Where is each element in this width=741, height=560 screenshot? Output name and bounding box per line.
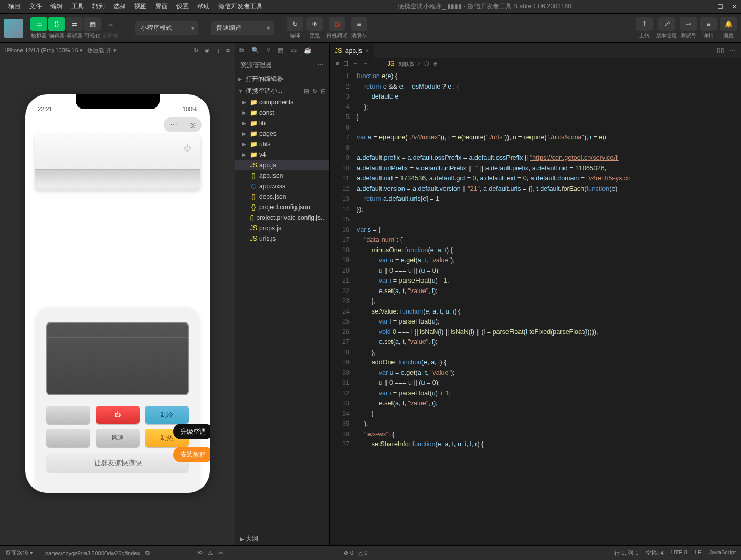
capsule-button[interactable]: ⋯◎: [164, 117, 202, 132]
tree-urls.js[interactable]: JSurls.js: [235, 233, 329, 244]
menu-帮助[interactable]: 帮助: [193, 2, 214, 11]
wind-button[interactable]: 风速: [96, 429, 140, 447]
record-icon[interactable]: ◉: [205, 47, 210, 54]
tree-lib[interactable]: ▶📁lib: [235, 118, 329, 128]
encoding[interactable]: UTF-8: [671, 549, 687, 557]
language[interactable]: JavaScript: [709, 549, 736, 557]
menu-选择[interactable]: 选择: [109, 2, 130, 11]
window-controls: — ☐ ✕: [703, 3, 737, 10]
tree-project.config.json[interactable]: {}project.config.json: [235, 202, 329, 212]
compile-button[interactable]: ↻: [287, 17, 303, 31]
test-button[interactable]: ⤻: [680, 17, 697, 31]
explorer-panel: ⧉ 🔍 ⑂ ▦ ▭ ☕ 资源管理器⋯ ▶打开的编辑器 ▼便携空调小...+⊞↻⊟…: [235, 43, 330, 545]
editor-tab[interactable]: JSapp.js×: [330, 43, 374, 58]
menu-设置[interactable]: 设置: [172, 2, 193, 11]
tree-app.js[interactable]: JSapp.js: [235, 160, 329, 170]
cool-button[interactable]: 制冷: [145, 406, 189, 424]
menu-转到[interactable]: 转到: [88, 2, 109, 11]
tree-deps.json[interactable]: {}deps.json: [235, 191, 329, 202]
tutorial-pill[interactable]: 安装教程: [173, 447, 210, 462]
share-button[interactable]: 让群友凉快凉快: [46, 453, 189, 473]
ext2-icon[interactable]: ▭: [291, 47, 297, 54]
phone-simulator[interactable]: 22:21100% ⋯◎ ⏻ 升级空调 安装教程 ⏻ 制冷 风速 制热 让群友凉…: [25, 94, 210, 493]
upload-button[interactable]: ⤴: [636, 17, 653, 31]
simulator-panel: iPhone 12/13 (Pro) 100% 16 ▾ 热重载 开 ▾ ↻ ◉…: [0, 43, 235, 545]
ext1-icon[interactable]: ▦: [278, 47, 283, 54]
tree-app.json[interactable]: {}app.json: [235, 170, 329, 181]
app-title: 便携空调小程序_ ▮▮▮▮ - 微信开发者工具 Stable 1.06.2301…: [267, 2, 703, 11]
editor-toggle[interactable]: ⟨⟩: [48, 17, 65, 31]
collapse-icon[interactable]: ⊟: [321, 88, 326, 95]
menu-微信开发者工具[interactable]: 微信开发者工具: [214, 2, 267, 11]
more-editor-icon[interactable]: ⋯: [729, 47, 736, 54]
tree-app.wxss[interactable]: ⬡app.wxss: [235, 181, 329, 191]
version-button[interactable]: ⎇: [658, 17, 675, 31]
spaces[interactable]: 空格: 4: [645, 549, 663, 557]
page-path-label[interactable]: 页面路径 ▾: [5, 549, 33, 557]
hot-reload[interactable]: 热重载 开 ▾: [87, 47, 117, 55]
warn-icon[interactable]: ⚠: [208, 550, 213, 556]
msg-button[interactable]: 🔔: [720, 17, 737, 31]
maximize-icon[interactable]: ☐: [717, 3, 723, 10]
tree-pages[interactable]: ▶📁pages: [235, 128, 329, 139]
open-editors-section[interactable]: ▶打开的编辑器: [235, 73, 329, 85]
split-icon[interactable]: ▯▯: [717, 47, 724, 54]
empty-button-1[interactable]: [46, 406, 90, 424]
mode-dropdown[interactable]: 小程序模式: [135, 21, 198, 35]
cursor-pos[interactable]: 行 1, 列 1: [614, 549, 638, 557]
outline-section[interactable]: ▶ 大纲: [235, 532, 329, 545]
upgrade-pill[interactable]: 升级空调: [173, 424, 210, 439]
copy-icon[interactable]: ⧉: [145, 550, 150, 556]
close-tab-icon[interactable]: ×: [365, 47, 369, 55]
visual-toggle[interactable]: ▦: [84, 17, 101, 31]
detach-icon[interactable]: ⧉: [226, 47, 230, 54]
new-folder-icon[interactable]: ⊞: [304, 88, 309, 95]
rotate-icon[interactable]: ▯: [216, 47, 219, 54]
empty-button-2[interactable]: [46, 429, 90, 447]
warning-count[interactable]: △ 0: [358, 550, 367, 556]
tree-const[interactable]: ▶📁const: [235, 107, 329, 118]
menu-icon: ⋯: [170, 121, 177, 129]
real-button[interactable]: 🐞: [329, 17, 345, 31]
error-count[interactable]: ⊘ 0: [344, 550, 353, 556]
refresh-icon[interactable]: ↻: [194, 47, 198, 54]
close-icon[interactable]: ✕: [732, 3, 737, 10]
tree-components[interactable]: ▶📁components: [235, 97, 329, 107]
remote-control: ⏻ 制冷 风速 制热 让群友凉快凉快: [36, 309, 199, 493]
compile-dropdown[interactable]: 普通编译: [211, 21, 274, 35]
menu-项目[interactable]: 项目: [4, 2, 25, 11]
eol[interactable]: LF: [695, 549, 702, 557]
menu-工具[interactable]: 工具: [67, 2, 88, 11]
target-icon: ◎: [189, 121, 196, 129]
menu-视图[interactable]: 视图: [130, 2, 151, 11]
more-icon[interactable]: ⋯: [317, 61, 324, 70]
search-icon[interactable]: 🔍: [251, 47, 259, 54]
tree-props.js[interactable]: JSprops.js: [235, 223, 329, 233]
refresh-tree-icon[interactable]: ↻: [312, 88, 317, 95]
new-file-icon[interactable]: +: [297, 88, 301, 95]
menu-文件[interactable]: 文件: [25, 2, 46, 11]
power-button[interactable]: ⏻: [96, 406, 140, 424]
menu-编辑[interactable]: 编辑: [46, 2, 67, 11]
code-area[interactable]: 1234567891011121314151617181920212223242…: [330, 69, 741, 545]
avatar[interactable]: [4, 19, 23, 38]
tree-utils[interactable]: ▶📁utils: [235, 139, 329, 149]
clear-button[interactable]: ≡: [351, 17, 367, 31]
eye-icon[interactable]: 👁: [197, 550, 203, 556]
tree-v4[interactable]: ▶📁v4: [235, 149, 329, 160]
cloud-toggle[interactable]: ☁: [102, 17, 119, 31]
project-section[interactable]: ▼便携空调小...+⊞↻⊟: [235, 85, 329, 97]
detail-button[interactable]: ≡: [700, 17, 717, 31]
breadcrumb[interactable]: ≡☐←→ JSapp.js›⬡e: [330, 58, 741, 69]
simulator-toggle[interactable]: ▭: [30, 17, 47, 31]
files-icon[interactable]: ⧉: [239, 47, 244, 54]
menu-界面[interactable]: 界面: [151, 2, 172, 11]
minimize-icon[interactable]: —: [703, 3, 709, 10]
tree-project.private.config.js...[interactable]: {}project.private.config.js...: [235, 212, 329, 223]
debugger-toggle[interactable]: ⇄: [66, 17, 83, 31]
scissors-icon[interactable]: ✂: [218, 550, 223, 556]
git-icon[interactable]: ⑂: [267, 47, 270, 54]
ext3-icon[interactable]: ☕: [304, 47, 312, 54]
preview-button[interactable]: 👁: [306, 17, 323, 31]
device-select[interactable]: iPhone 12/13 (Pro) 100% 16 ▾: [5, 47, 83, 54]
